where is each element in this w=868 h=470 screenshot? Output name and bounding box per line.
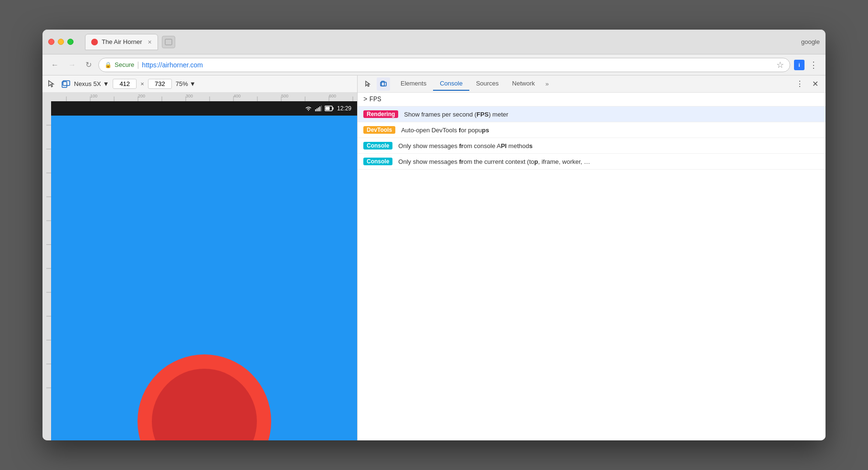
svg-text:500: 500	[281, 94, 288, 98]
devtools-badge: DevTools	[363, 126, 395, 134]
svg-rect-43	[332, 107, 333, 110]
reload-button[interactable]: ↻	[83, 58, 95, 71]
autocomplete-text-1: Show frames per second (FPS) meter	[404, 111, 508, 118]
autocomplete-item-devtools[interactable]: DevTools Auto-open DevTools for popups	[358, 122, 826, 138]
more-tabs-button[interactable]: »	[541, 77, 552, 90]
autocomplete-item-console-2[interactable]: Console Only show messages from the curr…	[358, 154, 826, 170]
extension-icon[interactable]: i	[794, 60, 804, 70]
ruler-svg: 100 200 300 400 500 600	[42, 93, 357, 101]
close-button[interactable]	[48, 39, 54, 45]
svg-rect-0	[165, 39, 172, 45]
nav-right: i ⋮	[794, 59, 820, 71]
signal-icon	[315, 106, 322, 111]
mobile-time: 12:29	[337, 105, 351, 112]
console-input-row: >	[358, 93, 826, 107]
svg-rect-39	[318, 107, 319, 111]
devtools-header-right: ⋮ ✕	[793, 77, 822, 91]
tab-area: The Air Horner ×	[85, 34, 797, 50]
console-input-field[interactable]	[369, 96, 820, 103]
device-selector[interactable]: Nexus 5X ▼	[74, 80, 109, 87]
lock-icon: 🔒	[105, 62, 112, 68]
address-bar[interactable]: 🔒 Secure | https://airhorner.com ☆	[98, 58, 790, 72]
traffic-lights	[48, 39, 74, 45]
tab-favicon	[91, 39, 98, 45]
svg-text:300: 300	[186, 94, 193, 98]
content-area: Nexus 5X ▼ × 75% ▼	[42, 75, 826, 440]
devtools-close-button[interactable]: ✕	[808, 77, 822, 91]
device-dropdown-icon: ▼	[103, 80, 109, 87]
svg-marker-45	[366, 81, 370, 86]
svg-rect-4	[42, 93, 357, 101]
mobile-viewport: 12:29	[42, 101, 357, 440]
inspect-element-button[interactable]	[361, 77, 375, 91]
tab-elements[interactable]: Elements	[394, 77, 433, 91]
console-area: > Rendering Show frames per second (FPS)…	[358, 93, 826, 440]
mobile-icon	[380, 80, 387, 88]
ruler-strip: 100 200 300 400 500 600	[42, 93, 357, 101]
responsive-icon[interactable]	[61, 79, 70, 89]
svg-rect-44	[325, 107, 329, 110]
cursor-icon	[364, 80, 372, 88]
devtools-panel: Elements Console Sources Network » ⋮	[358, 75, 826, 440]
bookmark-icon[interactable]: ☆	[776, 60, 784, 70]
svg-text:600: 600	[329, 94, 336, 98]
zoom-value: 75%	[176, 80, 188, 87]
height-input[interactable]	[148, 79, 172, 89]
svg-rect-37	[315, 109, 316, 111]
browser-tab[interactable]: The Air Horner ×	[85, 34, 158, 50]
horn-circle-inner	[152, 369, 257, 440]
devtools-tabs: Elements Console Sources Network »	[394, 77, 791, 91]
google-account: google	[801, 38, 820, 45]
tab-network[interactable]: Network	[506, 77, 542, 91]
back-button[interactable]: ←	[48, 59, 62, 71]
title-bar: The Air Horner × google	[42, 30, 826, 54]
select-element-icon[interactable]	[47, 79, 57, 89]
zoom-selector[interactable]: 75% ▼	[176, 80, 196, 87]
url-text: https://airhorner.com	[142, 61, 203, 69]
autocomplete-text-3: Only show messages from console API meth…	[398, 142, 532, 150]
forward-button[interactable]: →	[65, 59, 79, 71]
tab-close-button[interactable]: ×	[148, 38, 152, 46]
secure-label: Secure	[115, 61, 134, 68]
console-badge-2: Console	[363, 158, 392, 165]
console-prompt: >	[363, 96, 367, 103]
tab-title: The Air Horner	[102, 38, 142, 45]
nav-bar: ← → ↻ 🔒 Secure | https://airhorner.com ☆…	[42, 54, 826, 75]
svg-text:200: 200	[138, 94, 145, 98]
mobile-status-bar: 12:29	[51, 101, 357, 116]
width-input[interactable]	[113, 79, 137, 89]
device-name: Nexus 5X	[74, 80, 101, 87]
rendering-badge: Rendering	[363, 110, 398, 118]
minimize-button[interactable]	[58, 39, 64, 45]
dimension-separator: ×	[140, 80, 144, 87]
zoom-dropdown-icon: ▼	[190, 80, 196, 87]
autocomplete-list: Rendering Show frames per second (FPS) m…	[358, 107, 826, 440]
device-toolbar: Nexus 5X ▼ × 75% ▼	[42, 75, 357, 93]
autocomplete-text-4: Only show messages from the current cont…	[398, 158, 590, 165]
mobile-app-content	[51, 116, 357, 440]
svg-text:400: 400	[233, 94, 241, 98]
new-tab-button[interactable]	[162, 36, 175, 48]
wifi-icon	[305, 106, 312, 111]
autocomplete-text-2: Auto-open DevTools for popups	[401, 127, 489, 134]
page-content-left: Nexus 5X ▼ × 75% ▼	[42, 75, 358, 440]
svg-rect-40	[319, 107, 320, 111]
more-menu-button[interactable]: ⋮	[807, 59, 820, 71]
svg-marker-1	[49, 81, 53, 87]
tab-console[interactable]: Console	[433, 77, 469, 91]
browser-window: The Air Horner × google ← → ↻ 🔒 Secure |…	[42, 30, 826, 440]
device-mode-button[interactable]	[377, 77, 390, 91]
autocomplete-item-console-1[interactable]: Console Only show messages from console …	[358, 138, 826, 154]
battery-icon	[325, 106, 334, 111]
mobile-screen-area: 12:29	[51, 101, 357, 440]
devtools-more-button[interactable]: ⋮	[793, 77, 806, 91]
maximize-button[interactable]	[67, 39, 74, 45]
svg-rect-24	[42, 101, 51, 440]
horn-circle-outer	[138, 354, 271, 440]
address-separator: |	[137, 61, 139, 69]
console-badge-1: Console	[363, 142, 392, 150]
tab-sources[interactable]: Sources	[469, 77, 506, 91]
autocomplete-item-rendering[interactable]: Rendering Show frames per second (FPS) m…	[358, 107, 826, 122]
svg-text:100: 100	[90, 94, 97, 98]
left-ruler	[42, 101, 51, 440]
